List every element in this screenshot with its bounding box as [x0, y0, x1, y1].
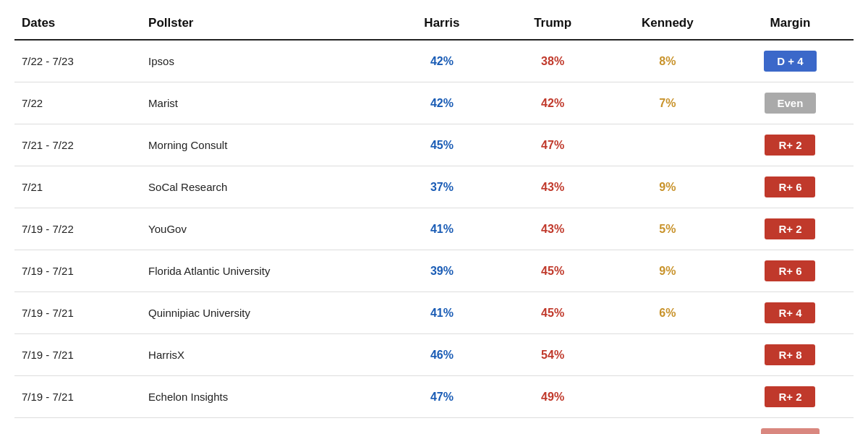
cell-pollster: HarrisX — [141, 334, 386, 376]
table-row: 7/19 - 7/21Florida Atlantic University39… — [14, 250, 854, 292]
cell-trump: 45% — [498, 292, 608, 334]
table-header-row: Dates Pollster Harris Trump Kennedy Marg… — [14, 7, 854, 40]
cell-pollster: SoCal Research — [141, 166, 386, 208]
cell-margin: D + 4 — [727, 40, 854, 82]
cell-harris: 41% — [386, 292, 497, 334]
cell-kennedy — [608, 334, 727, 376]
cell-harris: 39% — [386, 250, 497, 292]
cell-dates: 7/19 - 7/21 — [14, 334, 141, 376]
cell-kennedy: 6% — [608, 292, 727, 334]
cell-margin: R+ 6 — [727, 250, 854, 292]
header-dates: Dates — [14, 7, 141, 40]
cell-harris: 42% — [386, 82, 497, 124]
cell-kennedy — [608, 124, 727, 166]
cell-dates — [14, 418, 141, 435]
cell-trump: 45% — [498, 418, 608, 435]
cell-harris: 42% — [386, 40, 497, 82]
cell-pollster: YouGov — [141, 208, 386, 250]
cell-pollster: Average — [141, 418, 386, 435]
cell-pollster: Marist — [141, 82, 386, 124]
cell-dates: 7/19 - 7/21 — [14, 376, 141, 418]
cell-trump: 49% — [498, 376, 608, 418]
table-row: 7/19 - 7/22YouGov41%43%5%R+ 2 — [14, 208, 854, 250]
cell-dates: 7/19 - 7/21 — [14, 250, 141, 292]
cell-trump: 47% — [498, 124, 608, 166]
cell-trump: 42% — [498, 82, 608, 124]
polling-table: Dates Pollster Harris Trump Kennedy Marg… — [14, 7, 854, 434]
cell-margin: R+ 6 — [727, 166, 854, 208]
table-row: 7/22Marist42%42%7%Even — [14, 82, 854, 124]
cell-trump: 54% — [498, 334, 608, 376]
cell-margin: R+ 3.0 — [727, 418, 854, 435]
cell-dates: 7/21 — [14, 166, 141, 208]
cell-margin: R+ 2 — [727, 376, 854, 418]
table-row: 7/22 - 7/23Ipsos42%38%8%D + 4 — [14, 40, 854, 82]
cell-kennedy: 7% — [608, 418, 727, 435]
cell-pollster: Echelon Insights — [141, 376, 386, 418]
table-row: Average42%45%7%R+ 3.0 — [14, 418, 854, 435]
cell-dates: 7/22 - 7/23 — [14, 40, 141, 82]
cell-trump: 38% — [498, 40, 608, 82]
header-kennedy: Kennedy — [608, 7, 727, 40]
cell-margin: R+ 8 — [727, 334, 854, 376]
cell-kennedy — [608, 376, 727, 418]
header-harris: Harris — [386, 7, 497, 40]
cell-harris: 41% — [386, 208, 497, 250]
header-margin: Margin — [727, 7, 854, 40]
table-row: 7/19 - 7/21HarrisX46%54%R+ 8 — [14, 334, 854, 376]
table-row: 7/19 - 7/21Quinnipiac University41%45%6%… — [14, 292, 854, 334]
cell-kennedy: 8% — [608, 40, 727, 82]
table-row: 7/21 - 7/22Morning Consult45%47%R+ 2 — [14, 124, 854, 166]
cell-harris: 37% — [386, 166, 497, 208]
header-pollster: Pollster — [141, 7, 386, 40]
cell-margin: R+ 2 — [727, 124, 854, 166]
cell-harris: 47% — [386, 376, 497, 418]
cell-dates: 7/22 — [14, 82, 141, 124]
cell-margin: Even — [727, 82, 854, 124]
cell-pollster: Quinnipiac University — [141, 292, 386, 334]
table-row: 7/19 - 7/21Echelon Insights47%49%R+ 2 — [14, 376, 854, 418]
cell-kennedy: 9% — [608, 250, 727, 292]
cell-margin: R+ 4 — [727, 292, 854, 334]
polling-table-container: Dates Pollster Harris Trump Kennedy Marg… — [0, 0, 868, 434]
cell-kennedy: 7% — [608, 82, 727, 124]
cell-dates: 7/19 - 7/22 — [14, 208, 141, 250]
cell-dates: 7/21 - 7/22 — [14, 124, 141, 166]
cell-harris: 46% — [386, 334, 497, 376]
header-trump: Trump — [498, 7, 608, 40]
cell-margin: R+ 2 — [727, 208, 854, 250]
cell-trump: 45% — [498, 250, 608, 292]
cell-kennedy: 5% — [608, 208, 727, 250]
cell-kennedy: 9% — [608, 166, 727, 208]
cell-trump: 43% — [498, 208, 608, 250]
table-row: 7/21SoCal Research37%43%9%R+ 6 — [14, 166, 854, 208]
cell-trump: 43% — [498, 166, 608, 208]
cell-dates: 7/19 - 7/21 — [14, 292, 141, 334]
cell-pollster: Florida Atlantic University — [141, 250, 386, 292]
cell-harris: 42% — [386, 418, 497, 435]
cell-pollster: Ipsos — [141, 40, 386, 82]
cell-pollster: Morning Consult — [141, 124, 386, 166]
cell-harris: 45% — [386, 124, 497, 166]
